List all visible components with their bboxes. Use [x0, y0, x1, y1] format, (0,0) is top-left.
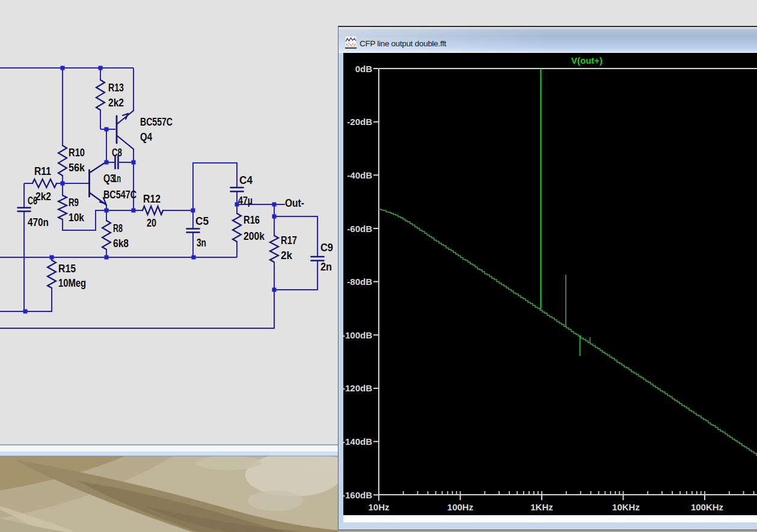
svg-text:2k2: 2k2 [108, 96, 124, 109]
svg-text:470n: 470n [28, 216, 49, 228]
svg-text:R16: R16 [244, 213, 260, 226]
svg-text:100KHz: 100KHz [691, 502, 723, 512]
svg-text:10Meg: 10Meg [58, 277, 86, 289]
svg-text:10k: 10k [69, 211, 84, 224]
svg-text:10KHz: 10KHz [612, 502, 640, 512]
svg-text:6k8: 6k8 [113, 237, 129, 249]
svg-text:C6: C6 [28, 194, 37, 207]
svg-text:1KHz: 1KHz [530, 502, 553, 512]
svg-text:BC557C: BC557C [140, 115, 173, 128]
svg-text:20: 20 [147, 216, 156, 229]
svg-text:BC547C: BC547C [103, 188, 136, 201]
svg-text:-140dB: -140dB [343, 436, 372, 447]
svg-text:C5: C5 [195, 215, 209, 227]
svg-text:1n: 1n [113, 172, 121, 185]
svg-text:-120dB: -120dB [343, 383, 372, 393]
svg-text:R17: R17 [281, 234, 297, 246]
svg-text:C8: C8 [112, 146, 122, 159]
svg-text:100Hz: 100Hz [447, 502, 473, 512]
svg-text:R15: R15 [58, 262, 76, 275]
svg-text:0dB: 0dB [355, 64, 373, 74]
svg-text:56k: 56k [69, 161, 85, 174]
svg-text:200k: 200k [244, 230, 265, 242]
svg-text:-80dB: -80dB [347, 277, 372, 287]
svg-text:2k2: 2k2 [35, 190, 51, 203]
svg-text:2n: 2n [320, 260, 332, 273]
svg-text:-100dB: -100dB [343, 330, 372, 340]
svg-text:R9: R9 [69, 196, 79, 209]
svg-text:C4: C4 [239, 174, 253, 186]
svg-text:-40dB: -40dB [347, 170, 372, 180]
svg-text:-60dB: -60dB [347, 224, 372, 234]
svg-text:R10: R10 [69, 146, 85, 159]
svg-text:3n: 3n [197, 236, 206, 249]
svg-text:C9: C9 [320, 241, 333, 254]
svg-text:-20dB: -20dB [347, 117, 372, 127]
svg-text:-160dB: -160dB [343, 490, 372, 500]
svg-text:R8: R8 [113, 222, 123, 234]
svg-text:2k: 2k [281, 249, 292, 261]
svg-text:47µ: 47µ [238, 194, 253, 207]
svg-text:10Hz: 10Hz [368, 502, 389, 512]
svg-text:R12: R12 [143, 192, 161, 205]
svg-text:Out-: Out- [285, 197, 304, 209]
svg-text:V(out+): V(out+) [571, 55, 602, 66]
svg-text:Q4: Q4 [140, 130, 152, 143]
svg-text:R13: R13 [108, 81, 124, 94]
svg-text:R11: R11 [34, 165, 51, 177]
